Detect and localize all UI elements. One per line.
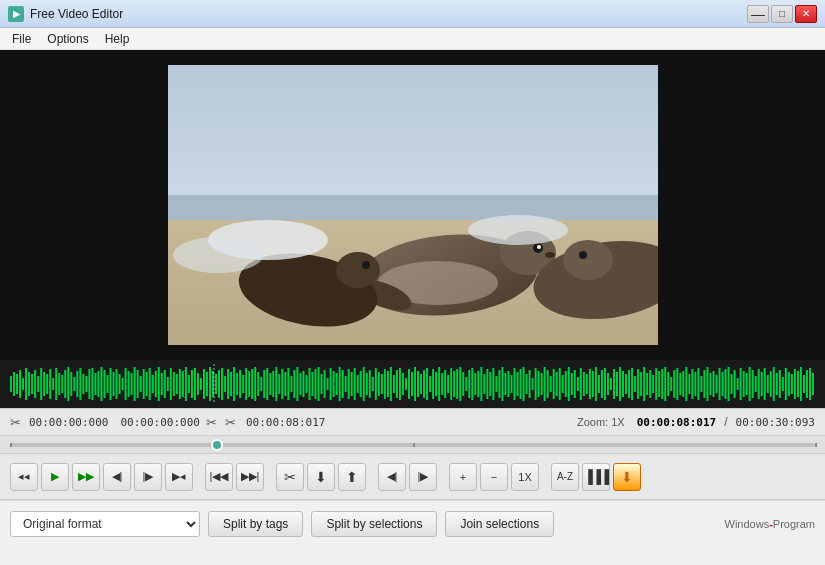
svg-rect-131 [339, 367, 341, 401]
prev-frame-button[interactable]: ◀| [103, 463, 131, 491]
svg-rect-135 [351, 372, 353, 396]
svg-rect-54 [106, 375, 108, 393]
maximize-button[interactable]: □ [771, 5, 793, 23]
close-button[interactable]: ✕ [795, 5, 817, 23]
svg-rect-132 [342, 370, 344, 398]
svg-rect-172 [462, 372, 464, 396]
svg-rect-24 [16, 374, 18, 394]
svg-rect-27 [25, 368, 27, 400]
svg-rect-42 [70, 372, 72, 396]
svg-rect-201 [550, 376, 552, 392]
menu-help[interactable]: Help [97, 30, 138, 48]
format-select[interactable]: Original format MP4 AVI MOV WMV MKV [10, 511, 200, 537]
svg-rect-79 [182, 371, 184, 397]
svg-rect-236 [655, 368, 657, 400]
svg-rect-46 [82, 374, 84, 394]
goto-end-button[interactable]: ▶▶| [236, 463, 264, 491]
svg-rect-199 [544, 367, 546, 401]
svg-rect-229 [634, 376, 636, 392]
svg-rect-105 [260, 377, 262, 391]
prev-marker-button[interactable]: ◀| [378, 463, 406, 491]
svg-rect-32 [40, 368, 42, 400]
split-by-selections-button[interactable]: Split by selections [311, 511, 437, 537]
scrubber-thumb[interactable] [211, 439, 223, 451]
svg-rect-254 [709, 373, 711, 395]
svg-rect-218 [601, 370, 603, 398]
svg-rect-244 [679, 373, 681, 395]
play-to-end-button[interactable]: ▶▶ [72, 463, 100, 491]
svg-rect-209 [574, 370, 576, 398]
svg-rect-245 [682, 371, 684, 397]
timecode-total: 00:00:30:093 [736, 416, 815, 429]
cut-icon-right[interactable]: ✂ [225, 415, 236, 430]
svg-rect-98 [239, 370, 241, 398]
step-back-button[interactable]: ◂◂ [10, 463, 38, 491]
svg-rect-123 [315, 369, 317, 399]
svg-rect-153 [405, 378, 407, 390]
svg-rect-256 [715, 375, 717, 393]
svg-rect-43 [73, 377, 75, 391]
split-by-tags-button[interactable]: Split by tags [208, 511, 303, 537]
svg-rect-190 [517, 372, 519, 396]
svg-rect-270 [758, 369, 760, 399]
scrubber-area[interactable] [0, 436, 825, 454]
title-bar: ▶ Free Video Editor — □ ✕ [0, 0, 825, 28]
svg-rect-114 [287, 368, 289, 400]
svg-rect-217 [598, 375, 600, 393]
zoom-1x-button[interactable]: 1X [511, 463, 539, 491]
svg-rect-106 [263, 370, 265, 398]
play-button[interactable]: ▶ [41, 463, 69, 491]
svg-rect-238 [661, 369, 663, 399]
next-marker-button[interactable]: |▶ [409, 463, 437, 491]
svg-rect-143 [375, 368, 377, 400]
goto-start-button[interactable]: |◀◀ [205, 463, 233, 491]
svg-rect-170 [456, 369, 458, 399]
svg-rect-146 [384, 369, 386, 399]
zoom-out-button[interactable]: − [480, 463, 508, 491]
join-selections-button[interactable]: Join selections [445, 511, 554, 537]
svg-rect-272 [764, 368, 766, 400]
delete-button[interactable]: ⬆ [338, 463, 366, 491]
watermark: Windows-Program [725, 518, 815, 530]
svg-rect-285 [803, 375, 805, 393]
svg-rect-224 [619, 367, 621, 401]
cut-icon-left[interactable]: ✂ [10, 415, 21, 430]
menu-file[interactable]: File [4, 30, 39, 48]
cut-icon-mid[interactable]: ✂ [206, 415, 217, 430]
svg-rect-68 [149, 368, 151, 400]
svg-rect-221 [610, 378, 612, 390]
svg-rect-137 [357, 375, 359, 393]
scrubber-marker-mid [413, 443, 415, 447]
svg-rect-136 [354, 368, 356, 400]
svg-rect-110 [275, 367, 277, 401]
svg-rect-194 [529, 370, 531, 398]
svg-rect-185 [501, 367, 503, 401]
bar-graph-button[interactable]: ▐▐▐ [582, 463, 610, 491]
cut-button[interactable]: ✂ [276, 463, 304, 491]
zoom-label: Zoom: 1X [577, 416, 625, 428]
video-container [0, 50, 825, 360]
sort-button[interactable]: A-Z [551, 463, 579, 491]
svg-rect-109 [272, 371, 274, 397]
scrubber-marker-start [10, 443, 12, 447]
step-forward-button[interactable]: ▶◂ [165, 463, 193, 491]
timeline-bar: ✂ 00:00:00:000 00:00:00:000 ✂ ✂ 00:00:08… [0, 408, 825, 436]
menu-options[interactable]: Options [39, 30, 96, 48]
svg-rect-232 [643, 367, 645, 401]
scrubber-track[interactable] [10, 443, 815, 447]
waveform-area[interactable] [0, 360, 825, 408]
zoom-in-button[interactable]: + [449, 463, 477, 491]
svg-rect-75 [170, 368, 172, 400]
minimize-button[interactable]: — [747, 5, 769, 23]
svg-rect-258 [722, 372, 724, 396]
export-button[interactable]: ⬇ [613, 463, 641, 491]
svg-rect-249 [694, 372, 696, 396]
svg-rect-97 [236, 373, 238, 395]
svg-rect-166 [444, 370, 446, 398]
svg-rect-243 [676, 368, 678, 400]
svg-rect-225 [622, 371, 624, 397]
next-frame-button[interactable]: |▶ [134, 463, 162, 491]
insert-button[interactable]: ⬇ [307, 463, 335, 491]
svg-rect-116 [293, 370, 295, 398]
svg-rect-82 [191, 370, 193, 398]
